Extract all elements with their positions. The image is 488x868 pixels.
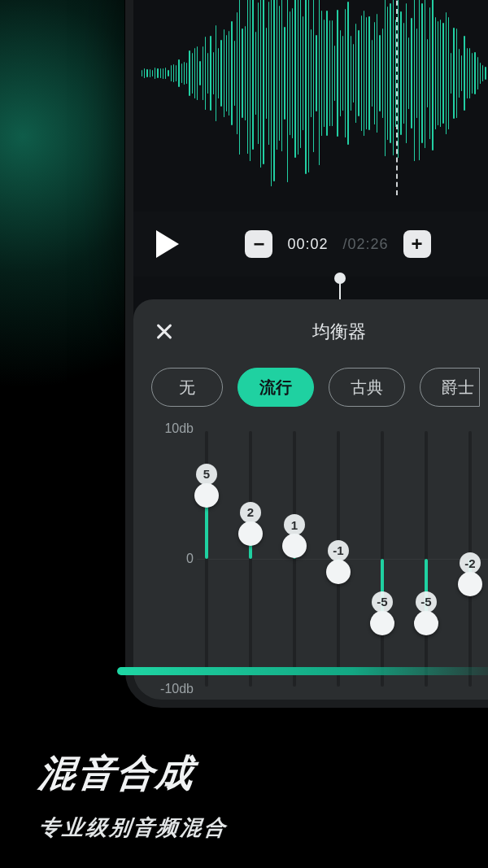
slider-value-badge: 1: [284, 514, 305, 535]
subheadline: 专业级别音频混合: [37, 813, 229, 842]
waveform-bar: [326, 11, 327, 137]
slider-thumb[interactable]: [458, 572, 482, 596]
waveform-bar: [239, 0, 240, 155]
slider-thumb[interactable]: [194, 483, 219, 508]
slider-thumb[interactable]: [282, 534, 307, 558]
waveform-bar: [279, 6, 280, 140]
waveform-bar: [287, 0, 288, 182]
waveform-bar: [171, 65, 172, 81]
waveform-bar: [197, 46, 198, 100]
waveform-bar: [250, 0, 251, 161]
waveform-bar: [237, 12, 237, 134]
waveform-bar: [353, 44, 354, 103]
waveform-bar: [273, 0, 274, 181]
waveform-bar: [351, 36, 351, 111]
time-decrement-button[interactable]: −: [245, 230, 272, 258]
waveform-bar: [313, 0, 314, 152]
waveform-bar: [277, 0, 277, 150]
waveform-bar: [271, 0, 272, 186]
waveform-bar: [482, 65, 483, 82]
waveform-bar: [461, 55, 462, 92]
waveform-bar: [355, 24, 356, 124]
waveform-bar: [474, 52, 475, 94]
slider-thumb[interactable]: [326, 560, 351, 584]
slider-value-badge: -5: [416, 591, 437, 613]
waveform-bar: [300, 0, 301, 148]
preset-爵士[interactable]: 爵士: [420, 368, 480, 407]
waveform-bar: [366, 17, 367, 130]
preset-无[interactable]: 无: [151, 368, 223, 407]
waveform-bar: [345, 9, 346, 138]
waveform-bar: [199, 61, 200, 85]
waveform-bar: [429, 7, 430, 139]
transport-bar: − 00:02 /02:26 +: [133, 212, 488, 277]
waveform-bar: [393, 0, 394, 155]
waveform-bar: [205, 37, 206, 109]
waveform-bar: [218, 48, 219, 98]
slider-thumb[interactable]: [370, 611, 394, 635]
eq-band-2K: -2: [460, 425, 480, 693]
waveform-bar: [427, 39, 428, 107]
slider-value-badge: -5: [372, 591, 393, 613]
waveform-bar: [477, 57, 478, 89]
waveform-playhead[interactable]: [396, 0, 398, 195]
waveform-bar: [207, 53, 208, 94]
waveform-bar: [173, 64, 174, 82]
waveform-bar: [368, 16, 369, 130]
waveform-bar: [400, 11, 401, 134]
slider-thumb[interactable]: [414, 611, 438, 635]
waveform-bar: [419, 0, 420, 160]
waveform-bar: [303, 16, 303, 131]
waveform-display[interactable]: [133, 0, 488, 212]
slider-thumb[interactable]: [238, 521, 263, 546]
waveform-bar: [411, 18, 412, 129]
preset-流行[interactable]: 流行: [237, 368, 314, 407]
waveform-bar: [292, 8, 293, 138]
marketing-copy: 混音合成 专业级别音频混合: [39, 748, 228, 842]
slider-rail: [249, 431, 252, 687]
preset-古典[interactable]: 古典: [329, 368, 405, 407]
time-increment-button[interactable]: +: [403, 230, 431, 258]
waveform-bar: [319, 0, 320, 165]
waveform-bar: [224, 29, 224, 117]
waveform-bar: [144, 68, 145, 78]
waveform-bar: [194, 48, 195, 98]
waveform-bar: [284, 27, 285, 120]
waveform-bar: [245, 26, 246, 120]
headline: 混音合成: [37, 748, 231, 799]
waveform-bar: [372, 40, 373, 107]
waveform-bar: [210, 36, 211, 111]
waveform-bar: [340, 30, 341, 116]
eq-sliders: 10db 0 -10db 521-1-5-5-212 3162125250500…: [151, 425, 488, 693]
eq-band-31: 5: [197, 425, 216, 693]
play-button[interactable]: [156, 230, 179, 258]
waveform-bar: [178, 59, 179, 87]
waveform-bar: [290, 11, 290, 136]
waveform-bar: [440, 20, 441, 127]
slider-value-badge: 5: [196, 464, 217, 485]
waveform-bar: [231, 21, 232, 125]
waveform-bar: [451, 53, 451, 94]
close-icon[interactable]: [151, 319, 177, 345]
slider-value-badge: -2: [460, 552, 481, 574]
waveform-bar: [459, 49, 460, 98]
waveform-bar: [234, 41, 235, 105]
waveform-bar: [382, 28, 383, 118]
waveform-bar: [324, 20, 325, 126]
y-axis-max: 10db: [151, 421, 194, 436]
waveform-bar: [432, 0, 433, 150]
accent-underline: [117, 667, 488, 675]
waveform-bar: [377, 14, 377, 132]
waveform-bar: [337, 10, 338, 137]
waveform-bar: [229, 31, 229, 116]
waveform-bar: [308, 0, 309, 172]
waveform-bar: [157, 68, 158, 79]
waveform-bar: [342, 36, 343, 111]
waveform-bar: [247, 0, 248, 154]
waveform-bar: [184, 62, 185, 85]
waveform-bar: [263, 0, 264, 164]
waveform-bar: [168, 70, 168, 77]
waveform-bar: [480, 63, 481, 85]
waveform-bar: [347, 2, 348, 144]
eq-band-62: 2: [241, 425, 260, 693]
